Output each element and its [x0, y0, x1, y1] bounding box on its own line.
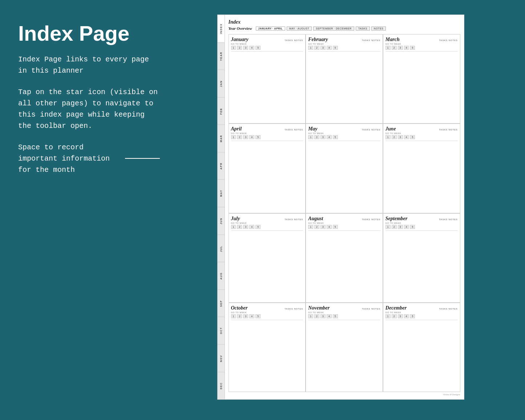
week-2-sep[interactable]: 2: [392, 225, 397, 229]
week-1-jul[interactable]: 1: [231, 225, 236, 229]
tasks-label-feb[interactable]: TASKS: [362, 39, 370, 41]
nav-tab-may-aug[interactable]: MAY · AUGUST: [287, 27, 312, 31]
week-5-mar[interactable]: 5: [410, 46, 415, 50]
week-1-may[interactable]: 1: [308, 135, 313, 139]
notes-label-jun[interactable]: NOTES: [449, 129, 458, 131]
tasks-label-oct[interactable]: TASKS: [284, 308, 293, 310]
side-tab-apr[interactable]: APR: [218, 152, 225, 180]
week-1-feb[interactable]: 1: [308, 46, 313, 50]
week-3-feb[interactable]: 3: [320, 46, 326, 50]
notes-label-nov[interactable]: NOTES: [371, 308, 380, 310]
week-3-jan[interactable]: 3: [243, 46, 248, 50]
side-tab-aug[interactable]: AUG: [218, 262, 225, 290]
side-tab-mar[interactable]: MAR: [218, 125, 225, 152]
week-5-jan[interactable]: 5: [255, 46, 261, 50]
tasks-label-sep[interactable]: TASKS: [439, 218, 448, 221]
week-2-nov[interactable]: 2: [314, 314, 319, 318]
side-tab-jul[interactable]: JUL: [218, 235, 225, 262]
side-tab-may[interactable]: MAY: [218, 179, 225, 207]
week-5-feb[interactable]: 5: [333, 46, 338, 50]
notes-label-sep[interactable]: NOTES: [449, 218, 458, 221]
tasks-label-jun[interactable]: TASKS: [439, 129, 448, 131]
week-4-nov[interactable]: 4: [327, 314, 332, 318]
week-1-jan[interactable]: 1: [231, 46, 236, 50]
week-4-jun[interactable]: 4: [404, 135, 409, 139]
week-4-sep[interactable]: 4: [404, 225, 409, 229]
side-tab-nov[interactable]: NOV: [218, 344, 225, 372]
side-tab-year[interactable]: YEAR: [218, 43, 225, 70]
week-3-jun[interactable]: 3: [398, 135, 403, 139]
week-4-jul[interactable]: 4: [249, 225, 254, 229]
notes-label-jan[interactable]: NOTES: [294, 39, 303, 41]
week-5-jul[interactable]: 5: [255, 225, 261, 229]
week-4-may[interactable]: 4: [327, 135, 332, 139]
week-3-may[interactable]: 3: [320, 135, 326, 139]
side-tab-jan[interactable]: JAN: [218, 70, 225, 97]
tasks-label-aug[interactable]: TASKS: [362, 218, 370, 221]
notes-label-feb[interactable]: NOTES: [371, 39, 380, 41]
week-2-oct[interactable]: 2: [237, 314, 242, 318]
week-1-jun[interactable]: 1: [385, 135, 391, 139]
week-5-jun[interactable]: 5: [410, 135, 415, 139]
week-5-apr[interactable]: 5: [255, 135, 261, 139]
week-3-oct[interactable]: 3: [243, 314, 248, 318]
week-4-dec[interactable]: 4: [404, 314, 409, 318]
week-1-apr[interactable]: 1: [231, 135, 236, 139]
notes-label-mar[interactable]: NOTES: [449, 39, 458, 41]
week-5-nov[interactable]: 5: [333, 314, 338, 318]
week-2-mar[interactable]: 2: [392, 46, 397, 50]
side-tab-oct[interactable]: OCT: [218, 317, 225, 344]
week-4-aug[interactable]: 4: [327, 225, 332, 229]
week-4-feb[interactable]: 4: [327, 46, 332, 50]
side-tab-sep[interactable]: SEP: [218, 290, 225, 317]
side-tab-index[interactable]: INDEX: [218, 15, 225, 43]
week-3-apr[interactable]: 3: [243, 135, 248, 139]
week-5-aug[interactable]: 5: [333, 225, 338, 229]
side-tab-dec[interactable]: DEC: [218, 372, 225, 400]
notes-label-apr[interactable]: NOTES: [294, 129, 303, 131]
week-2-jul[interactable]: 2: [237, 225, 242, 229]
nav-tab-notes[interactable]: NOTES: [371, 27, 386, 31]
week-1-oct[interactable]: 1: [231, 314, 236, 318]
tasks-label-nov[interactable]: TASKS: [362, 308, 370, 310]
week-2-feb[interactable]: 2: [314, 46, 319, 50]
week-4-oct[interactable]: 4: [249, 314, 254, 318]
week-5-may[interactable]: 5: [333, 135, 338, 139]
side-tab-feb[interactable]: FEB: [218, 97, 225, 125]
week-1-aug[interactable]: 1: [308, 225, 313, 229]
week-4-jan[interactable]: 4: [249, 46, 254, 50]
nav-tab-sep-dec[interactable]: SEPTEMBER · DECEMBER: [313, 27, 354, 31]
tasks-label-jan[interactable]: TASKS: [284, 39, 293, 41]
notes-label-may[interactable]: NOTES: [371, 129, 380, 131]
week-1-dec[interactable]: 1: [385, 314, 391, 318]
week-3-sep[interactable]: 3: [398, 225, 403, 229]
week-2-apr[interactable]: 2: [237, 135, 242, 139]
notes-label-jul[interactable]: NOTES: [294, 218, 303, 221]
week-2-jan[interactable]: 2: [237, 46, 242, 50]
week-1-sep[interactable]: 1: [385, 225, 391, 229]
week-5-sep[interactable]: 5: [410, 225, 415, 229]
week-3-dec[interactable]: 3: [398, 314, 403, 318]
week-3-mar[interactable]: 3: [398, 46, 403, 50]
tasks-label-apr[interactable]: TASKS: [284, 129, 293, 131]
week-3-aug[interactable]: 3: [320, 225, 326, 229]
week-2-aug[interactable]: 2: [314, 225, 319, 229]
tasks-label-mar[interactable]: TASKS: [439, 39, 448, 41]
nav-tab-jan-apr[interactable]: JANUARY · APRIL: [256, 27, 286, 31]
notes-label-aug[interactable]: NOTES: [371, 218, 380, 221]
week-2-may[interactable]: 2: [314, 135, 319, 139]
week-2-jun[interactable]: 2: [392, 135, 397, 139]
week-5-dec[interactable]: 5: [410, 314, 415, 318]
notes-label-dec[interactable]: NOTES: [449, 308, 458, 310]
tasks-label-dec[interactable]: TASKS: [439, 308, 448, 310]
tasks-label-jul[interactable]: TASKS: [284, 218, 293, 221]
week-3-jul[interactable]: 3: [243, 225, 248, 229]
nav-tab-tasks[interactable]: TASKS: [356, 27, 370, 31]
side-tab-jun[interactable]: JUN: [218, 207, 225, 235]
week-5-oct[interactable]: 5: [255, 314, 261, 318]
week-1-nov[interactable]: 1: [308, 314, 313, 318]
week-4-apr[interactable]: 4: [249, 135, 254, 139]
week-3-nov[interactable]: 3: [320, 314, 326, 318]
week-4-mar[interactable]: 4: [404, 46, 409, 50]
notes-label-oct[interactable]: NOTES: [294, 308, 303, 310]
